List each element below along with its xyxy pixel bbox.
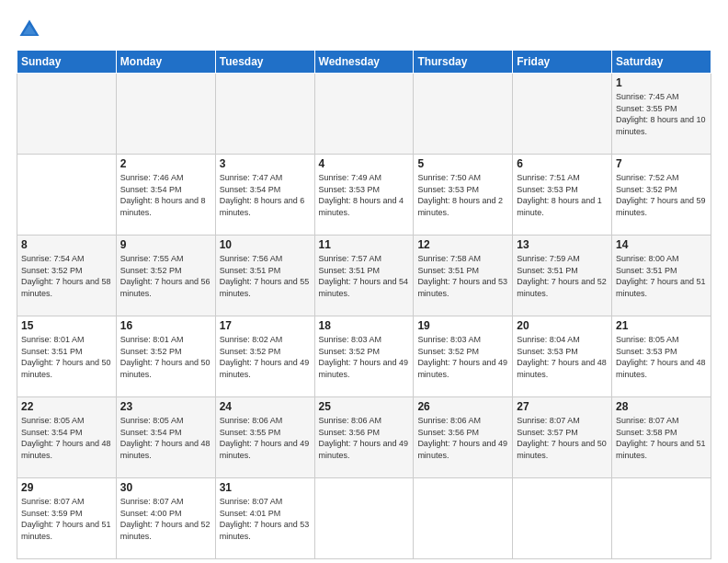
- header-wednesday: Wednesday: [314, 51, 414, 74]
- empty-cell: [215, 74, 314, 155]
- main-container: SundayMondayTuesdayWednesdayThursdayFrid…: [0, 0, 728, 563]
- calendar-cell: 19Sunrise: 8:03 AM Sunset: 3:52 PM Dayli…: [414, 316, 513, 397]
- calendar-cell: 31Sunrise: 8:07 AM Sunset: 4:01 PM Dayli…: [215, 478, 314, 559]
- calendar-cell: 28Sunrise: 8:07 AM Sunset: 3:58 PM Dayli…: [612, 397, 711, 478]
- calendar-cell: 16Sunrise: 8:01 AM Sunset: 3:52 PM Dayli…: [116, 316, 215, 397]
- calendar-row: 15Sunrise: 8:01 AM Sunset: 3:51 PM Dayli…: [17, 316, 711, 397]
- calendar-cell: 29Sunrise: 8:07 AM Sunset: 3:59 PM Dayli…: [17, 478, 117, 559]
- calendar-cell: 12Sunrise: 7:58 AM Sunset: 3:51 PM Dayli…: [414, 236, 513, 316]
- calendar-cell: [414, 478, 513, 559]
- calendar-cell: 27Sunrise: 8:07 AM Sunset: 3:57 PM Dayli…: [513, 397, 612, 478]
- calendar-cell: 30Sunrise: 8:07 AM Sunset: 4:00 PM Dayli…: [116, 478, 215, 559]
- header: [17, 17, 711, 42]
- header-sunday: Sunday: [17, 51, 117, 74]
- calendar-cell: [513, 478, 612, 559]
- calendar-cell: 1Sunrise: 7:45 AM Sunset: 3:55 PM Daylig…: [612, 74, 711, 155]
- calendar-cell: 6Sunrise: 7:51 AM Sunset: 3:53 PM Daylig…: [513, 155, 612, 236]
- calendar-cell: 10Sunrise: 7:56 AM Sunset: 3:51 PM Dayli…: [215, 236, 314, 316]
- calendar-table: SundayMondayTuesdayWednesdayThursdayFrid…: [17, 50, 711, 559]
- header-row: SundayMondayTuesdayWednesdayThursdayFrid…: [17, 51, 711, 74]
- header-tuesday: Tuesday: [215, 51, 314, 74]
- header-monday: Monday: [116, 51, 215, 74]
- calendar-cell: 4Sunrise: 7:49 AM Sunset: 3:53 PM Daylig…: [314, 155, 414, 236]
- calendar-cell: 11Sunrise: 7:57 AM Sunset: 3:51 PM Dayli…: [314, 236, 414, 316]
- calendar-cell: 14Sunrise: 8:00 AM Sunset: 3:51 PM Dayli…: [612, 236, 711, 316]
- calendar-cell: 21Sunrise: 8:05 AM Sunset: 3:53 PM Dayli…: [612, 316, 711, 397]
- logo-icon: [17, 17, 42, 42]
- calendar-cell: [612, 478, 711, 559]
- calendar-cell: 7Sunrise: 7:52 AM Sunset: 3:52 PM Daylig…: [612, 155, 711, 236]
- calendar-cell: 26Sunrise: 8:06 AM Sunset: 3:56 PM Dayli…: [414, 397, 513, 478]
- calendar-cell: 5Sunrise: 7:50 AM Sunset: 3:53 PM Daylig…: [414, 155, 513, 236]
- calendar-row: 22Sunrise: 8:05 AM Sunset: 3:54 PM Dayli…: [17, 397, 711, 478]
- calendar-cell: 15Sunrise: 8:01 AM Sunset: 3:51 PM Dayli…: [17, 316, 117, 397]
- header-saturday: Saturday: [612, 51, 711, 74]
- calendar-cell: 24Sunrise: 8:06 AM Sunset: 3:55 PM Dayli…: [215, 397, 314, 478]
- empty-cell: [17, 74, 117, 155]
- calendar-cell: 23Sunrise: 8:05 AM Sunset: 3:54 PM Dayli…: [116, 397, 215, 478]
- calendar-cell: 9Sunrise: 7:55 AM Sunset: 3:52 PM Daylig…: [116, 236, 215, 316]
- calendar-cell: [314, 478, 414, 559]
- empty-cell: [314, 74, 414, 155]
- calendar-cell: 18Sunrise: 8:03 AM Sunset: 3:52 PM Dayli…: [314, 316, 414, 397]
- calendar-cell: [17, 155, 117, 236]
- header-friday: Friday: [513, 51, 612, 74]
- calendar-cell: 8Sunrise: 7:54 AM Sunset: 3:52 PM Daylig…: [17, 236, 117, 316]
- calendar-row: 1Sunrise: 7:45 AM Sunset: 3:55 PM Daylig…: [17, 74, 711, 155]
- header-thursday: Thursday: [414, 51, 513, 74]
- calendar-cell: 22Sunrise: 8:05 AM Sunset: 3:54 PM Dayli…: [17, 397, 117, 478]
- calendar-cell: 2Sunrise: 7:46 AM Sunset: 3:54 PM Daylig…: [116, 155, 215, 236]
- logo: [17, 17, 46, 42]
- calendar-cell: 25Sunrise: 8:06 AM Sunset: 3:56 PM Dayli…: [314, 397, 414, 478]
- calendar-cell: 13Sunrise: 7:59 AM Sunset: 3:51 PM Dayli…: [513, 236, 612, 316]
- calendar-cell: 20Sunrise: 8:04 AM Sunset: 3:53 PM Dayli…: [513, 316, 612, 397]
- calendar-row: 8Sunrise: 7:54 AM Sunset: 3:52 PM Daylig…: [17, 236, 711, 316]
- empty-cell: [414, 74, 513, 155]
- calendar-cell: 17Sunrise: 8:02 AM Sunset: 3:52 PM Dayli…: [215, 316, 314, 397]
- calendar-cell: 3Sunrise: 7:47 AM Sunset: 3:54 PM Daylig…: [215, 155, 314, 236]
- calendar-row: 2Sunrise: 7:46 AM Sunset: 3:54 PM Daylig…: [17, 155, 711, 236]
- empty-cell: [116, 74, 215, 155]
- calendar-row: 29Sunrise: 8:07 AM Sunset: 3:59 PM Dayli…: [17, 478, 711, 559]
- empty-cell: [513, 74, 612, 155]
